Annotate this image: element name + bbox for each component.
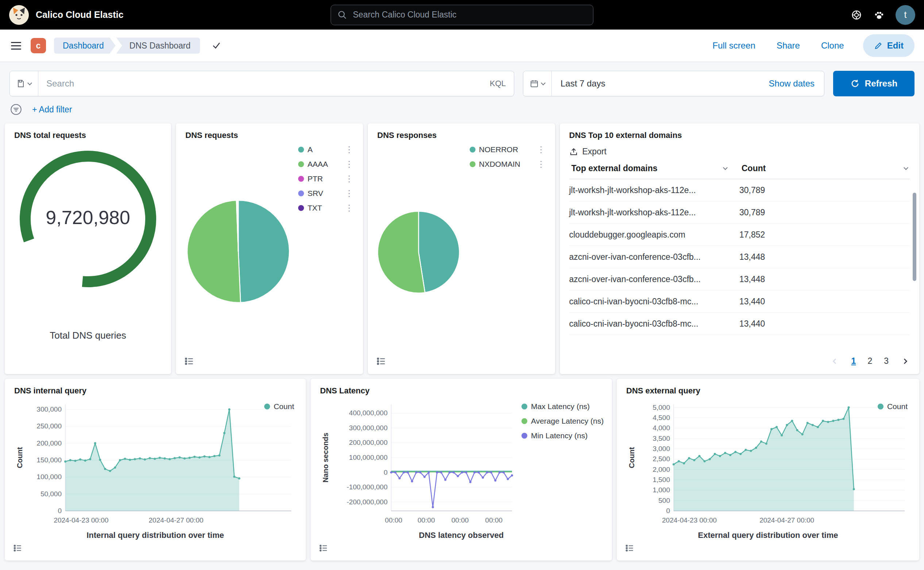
legend-toggle-icon[interactable] — [182, 355, 196, 369]
legend-dot — [298, 161, 304, 167]
legend-menu-icon[interactable]: ⋮ — [345, 174, 354, 184]
svg-text:0: 0 — [58, 507, 62, 515]
legend-dot — [521, 404, 527, 409]
external-query-chart[interactable]: 05001,0001,5002,0002,5003,0003,5004,0004… — [626, 398, 910, 527]
legend-item[interactable]: Count — [878, 399, 907, 414]
legend-toggle-icon[interactable] — [317, 542, 329, 555]
internal-query-chart[interactable]: 050,000100,000150,000200,000250,000300,0… — [14, 398, 296, 527]
support-icon[interactable] — [850, 9, 863, 21]
export-icon — [569, 147, 578, 156]
svg-text:400,000,000: 400,000,000 — [349, 409, 388, 417]
legend-dot — [521, 433, 527, 439]
count-cell: 13,448 — [739, 274, 910, 284]
legend-label: Count — [274, 402, 294, 411]
kql-button[interactable]: KQL — [482, 79, 514, 88]
svg-text:3,000: 3,000 — [653, 445, 670, 452]
legend-menu-icon[interactable]: ⋮ — [345, 144, 354, 155]
legend-menu-icon[interactable]: ⋮ — [537, 159, 546, 169]
domain-cell: jlt-worksh-jlt-workshop-aks-112e... — [569, 185, 740, 195]
svg-text:00:00: 00:00 — [385, 516, 403, 524]
global-search[interactable] — [331, 5, 593, 25]
legend-item[interactable]: TXT⋮ — [298, 201, 354, 215]
menu-icon[interactable] — [9, 38, 23, 53]
user-avatar[interactable]: t — [895, 5, 915, 25]
legend-menu-icon[interactable]: ⋮ — [345, 159, 354, 169]
space-badge[interactable]: c — [31, 38, 46, 53]
saved-query-icon — [17, 79, 25, 88]
global-search-input[interactable] — [352, 9, 587, 20]
legend-toggle-icon[interactable] — [374, 355, 388, 369]
next-page-icon[interactable] — [900, 357, 910, 366]
saved-query-menu-button[interactable] — [10, 71, 38, 96]
legend-item[interactable]: Count — [264, 399, 294, 414]
table-header: Top external domains Count — [569, 158, 910, 179]
domain-cell: calico-cni-ivan-byocni-03cfb8-mc... — [569, 297, 740, 306]
query-search-input[interactable] — [38, 78, 482, 89]
table-scrollbar[interactable] — [913, 193, 916, 281]
column-header-count[interactable]: Count — [739, 163, 910, 174]
legend: Max Latency (ns)Average Latency (ns)Min … — [515, 398, 602, 527]
panel-title: DNS total requests — [14, 131, 162, 140]
legend-item[interactable]: Max Latency (ns) — [521, 399, 602, 414]
edit-button[interactable]: Edit — [863, 34, 915, 57]
svg-text:300,000,000: 300,000,000 — [349, 424, 388, 432]
show-dates-button[interactable]: Show dates — [769, 78, 824, 89]
previous-page-icon[interactable] — [830, 357, 840, 366]
share-button[interactable]: Share — [774, 40, 802, 51]
breadcrumb-dashboard[interactable]: Dashboard — [54, 38, 116, 54]
legend-toggle-icon[interactable] — [623, 542, 636, 555]
legend-item[interactable]: Min Latency (ns) — [521, 428, 602, 443]
svg-text:0: 0 — [383, 469, 388, 476]
paw-icon[interactable] — [873, 9, 885, 21]
dns-requests-pie-chart[interactable] — [184, 197, 293, 306]
calico-logo-icon[interactable] — [9, 5, 29, 25]
domain-cell: azcni-over-ivan-conference-03cfb... — [569, 274, 740, 284]
check-icon[interactable] — [210, 39, 222, 52]
svg-text:2024-04-23 00:00: 2024-04-23 00:00 — [662, 516, 717, 524]
legend-label: AAAA — [308, 160, 338, 169]
time-range-text[interactable]: Last 7 days — [552, 78, 769, 89]
export-button[interactable]: Export — [569, 147, 607, 156]
domain-cell: calico-cni-ivan-byocni-03cfb8-mc... — [569, 319, 740, 329]
breadcrumb-dns-dashboard[interactable]: DNS Dashboard — [116, 38, 200, 54]
clone-button[interactable]: Clone — [819, 40, 846, 51]
svg-text:00:00: 00:00 — [451, 516, 469, 524]
svg-text:00:00: 00:00 — [485, 516, 503, 524]
refresh-button-label: Refresh — [865, 78, 897, 89]
full-screen-button[interactable]: Full screen — [711, 40, 758, 51]
panel-title: DNS Latency — [320, 386, 602, 395]
legend-item[interactable]: SRV⋮ — [298, 186, 354, 201]
panel-top-external-domains: DNS Top 10 external domains Export Top e… — [560, 123, 919, 374]
add-filter-button[interactable]: + Add filter — [30, 104, 74, 115]
svg-text:150,000: 150,000 — [37, 456, 62, 464]
legend-item[interactable]: PTR⋮ — [298, 172, 354, 186]
filter-options-icon[interactable] — [9, 103, 23, 116]
legend-item[interactable]: NOERROR⋮ — [470, 142, 546, 157]
refresh-button[interactable]: Refresh — [833, 71, 915, 97]
legend-dot — [470, 147, 475, 153]
legend-label: Max Latency (ns) — [531, 402, 602, 411]
legend-menu-icon[interactable]: ⋮ — [345, 188, 354, 199]
svg-text:1,500: 1,500 — [653, 476, 670, 484]
svg-text:Count: Count — [16, 447, 24, 468]
calendar-menu-button[interactable] — [523, 71, 552, 96]
legend-dot — [298, 205, 304, 211]
legend-toggle-icon[interactable] — [11, 542, 24, 555]
chevron-down-icon — [28, 81, 32, 86]
legend: NOERROR⋮NXDOMAIN⋮ — [470, 142, 546, 172]
legend-item[interactable]: AAAA⋮ — [298, 157, 354, 172]
dns-responses-pie-chart[interactable] — [377, 210, 461, 294]
legend-item[interactable]: A⋮ — [298, 142, 354, 157]
svg-text:4,000: 4,000 — [653, 424, 670, 432]
pencil-icon — [874, 41, 883, 50]
page-button[interactable]: 2 — [867, 356, 872, 366]
legend-item[interactable]: Average Latency (ns) — [521, 414, 602, 428]
legend-item[interactable]: NXDOMAIN⋮ — [470, 157, 546, 172]
legend-menu-icon[interactable]: ⋮ — [345, 203, 354, 213]
dns-latency-chart[interactable]: -200,000,000-100,000,0000100,000,000200,… — [320, 398, 515, 527]
page-button[interactable]: 3 — [884, 356, 889, 366]
column-header-domains[interactable]: Top external domains — [569, 163, 740, 174]
legend-menu-icon[interactable]: ⋮ — [537, 144, 546, 155]
legend-label: TXT — [308, 204, 338, 212]
page-button[interactable]: 1 — [851, 356, 856, 366]
